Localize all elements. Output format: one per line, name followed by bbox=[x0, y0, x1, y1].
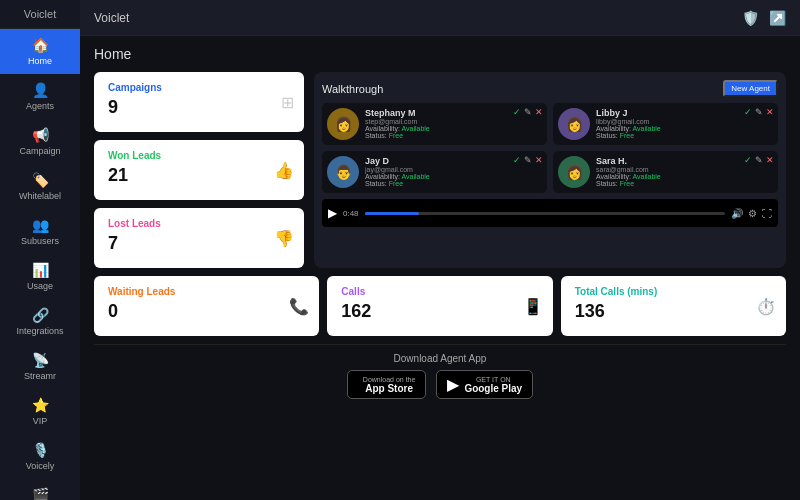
agent-email-2: jay@gmail.com bbox=[365, 166, 542, 173]
video-time: 0:48 bbox=[343, 209, 359, 218]
edit-icon[interactable]: ✎ bbox=[524, 155, 532, 165]
lost-leads-card: Lost Leads 7 👎 bbox=[94, 208, 304, 268]
agents-grid: 👩 Stephany M step@gmail.com Availability… bbox=[322, 103, 778, 193]
won-leads-icon: 👍 bbox=[274, 161, 294, 180]
agent-email-0: step@gmail.com bbox=[365, 118, 542, 125]
integrations-icon: 🔗 bbox=[32, 307, 49, 323]
new-agent-button[interactable]: New Agent bbox=[723, 80, 778, 97]
page-title: Home bbox=[94, 46, 786, 62]
check-icon[interactable]: ✓ bbox=[513, 155, 521, 165]
whitelabel-icon: 🏷️ bbox=[32, 172, 49, 188]
delete-icon[interactable]: ✕ bbox=[766, 107, 774, 117]
subusers-icon: 👥 bbox=[32, 217, 49, 233]
usage-icon: 📊 bbox=[32, 262, 49, 278]
sidebar-item-agents[interactable]: 👤 Agents bbox=[0, 74, 80, 119]
agent-status-3: Status: Free bbox=[596, 180, 773, 187]
total-calls-icon: ⏱️ bbox=[756, 297, 776, 316]
video-player: ▶ 0:48 🔊 ⚙ ⛶ bbox=[322, 199, 778, 227]
won-leads-card: Won Leads 21 👍 bbox=[94, 140, 304, 200]
agent-avail-3: Availability: Available bbox=[596, 173, 773, 180]
play-button[interactable]: ▶ bbox=[328, 206, 337, 220]
sidebar-label-vip: VIP bbox=[33, 416, 48, 426]
agent-card-3: 👩 Sara H. sara@gmail.com Availability: A… bbox=[553, 151, 778, 193]
sidebar-label-usage: Usage bbox=[27, 281, 53, 291]
campaigns-card: Campaigns 9 ⊞ bbox=[94, 72, 304, 132]
google-play-text: GET IT ON Google Play bbox=[464, 376, 522, 394]
download-title: Download Agent App bbox=[94, 353, 786, 364]
app-store-button[interactable]: Download on the App Store bbox=[347, 370, 427, 399]
sidebar-label-streamr: Streamr bbox=[24, 371, 56, 381]
topbar-icons: 🛡️ ↗️ bbox=[742, 10, 786, 26]
sidebar-item-usage[interactable]: 📊 Usage bbox=[0, 254, 80, 299]
agent-card-2: 👨 Jay D jay@gmail.com Availability: Avai… bbox=[322, 151, 547, 193]
sidebar-item-campaign[interactable]: 📢 Campaign bbox=[0, 119, 80, 164]
sidebar-item-vip[interactable]: ⭐ VIP bbox=[0, 389, 80, 434]
content-area: Home Campaigns 9 ⊞ Won Leads 21 👍 Lost L… bbox=[80, 36, 800, 500]
agent-actions-2: ✓ ✎ ✕ bbox=[513, 155, 543, 165]
main-content: Voiclet 🛡️ ↗️ Home Campaigns 9 ⊞ Won Lea… bbox=[80, 0, 800, 500]
vip-icon: ⭐ bbox=[32, 397, 49, 413]
agent-actions-0: ✓ ✎ ✕ bbox=[513, 107, 543, 117]
sidebar-item-whitelabel[interactable]: 🏷️ Whitelabel bbox=[0, 164, 80, 209]
streamr-icon: 📡 bbox=[32, 352, 49, 368]
total-calls-label: Total Calls (mins) bbox=[575, 286, 772, 297]
settings-icon[interactable]: ⚙ bbox=[748, 208, 757, 219]
check-icon[interactable]: ✓ bbox=[513, 107, 521, 117]
agent-avatar-3: 👩 bbox=[558, 156, 590, 188]
check-icon[interactable]: ✓ bbox=[744, 107, 752, 117]
won-leads-label: Won Leads bbox=[108, 150, 290, 161]
left-cards: Campaigns 9 ⊞ Won Leads 21 👍 Lost Leads … bbox=[94, 72, 304, 268]
shield-icon[interactable]: 🛡️ bbox=[742, 10, 759, 26]
agent-card-0: 👩 Stephany M step@gmail.com Availability… bbox=[322, 103, 547, 145]
sidebar-label-voicely: Voicely bbox=[26, 461, 55, 471]
agent-actions-3: ✓ ✎ ✕ bbox=[744, 155, 774, 165]
delete-icon[interactable]: ✕ bbox=[535, 107, 543, 117]
download-section: Download Agent App Download on the App S… bbox=[94, 344, 786, 403]
sidebar-item-voicely[interactable]: 🎙️ Voicely bbox=[0, 434, 80, 479]
check-icon[interactable]: ✓ bbox=[744, 155, 752, 165]
walkthrough-panel: Walkthrough New Agent 👩 Stephany M step@… bbox=[314, 72, 786, 268]
sidebar-item-subusers[interactable]: 👥 Subusers bbox=[0, 209, 80, 254]
sidebar-label-agents: Agents bbox=[26, 101, 54, 111]
total-calls-value: 136 bbox=[575, 301, 772, 322]
sidebar-item-home[interactable]: 🏠 Home bbox=[0, 29, 80, 74]
waiting-leads-label: Waiting Leads bbox=[108, 286, 305, 297]
won-leads-value: 21 bbox=[108, 165, 290, 186]
volume-icon[interactable]: 🔊 bbox=[731, 208, 743, 219]
agent-status-0: Status: Free bbox=[365, 132, 542, 139]
edit-icon[interactable]: ✎ bbox=[524, 107, 532, 117]
voicely-icon: 🎙️ bbox=[32, 442, 49, 458]
agent-email-3: sara@gmail.com bbox=[596, 166, 773, 173]
sidebar-item-integrations[interactable]: 🔗 Integrations bbox=[0, 299, 80, 344]
google-play-button[interactable]: ▶ GET IT ON Google Play bbox=[436, 370, 533, 399]
sidebar-item-streamr[interactable]: 📡 Streamr bbox=[0, 344, 80, 389]
delete-icon[interactable]: ✕ bbox=[535, 155, 543, 165]
agent-card-1: 👩 Libby J libby@gmail.com Availability: … bbox=[553, 103, 778, 145]
delete-icon[interactable]: ✕ bbox=[766, 155, 774, 165]
app-store-line1: Download on the bbox=[363, 376, 416, 383]
campaigns-label: Campaigns bbox=[108, 82, 290, 93]
sidebar: Voiclet 🏠 Home 👤 Agents 📢 Campaign 🏷️ Wh… bbox=[0, 0, 80, 500]
fullscreen-icon[interactable]: ⛶ bbox=[762, 208, 772, 219]
edit-icon[interactable]: ✎ bbox=[755, 107, 763, 117]
calls-value: 162 bbox=[341, 301, 538, 322]
agent-avail-2: Availability: Available bbox=[365, 173, 542, 180]
lost-leads-icon: 👎 bbox=[274, 229, 294, 248]
video-progress-bar[interactable] bbox=[365, 212, 725, 215]
calls-label: Calls bbox=[341, 286, 538, 297]
app-store-text: Download on the App Store bbox=[363, 376, 416, 394]
calls-card: Calls 162 📱 bbox=[327, 276, 552, 336]
agent-status-2: Status: Free bbox=[365, 180, 542, 187]
google-play-line1: GET IT ON bbox=[464, 376, 522, 383]
video-progress-fill bbox=[365, 212, 419, 215]
total-calls-card: Total Calls (mins) 136 ⏱️ bbox=[561, 276, 786, 336]
sidebar-label-integrations: Integrations bbox=[16, 326, 63, 336]
edit-icon[interactable]: ✎ bbox=[755, 155, 763, 165]
agent-avail-1: Availability: Available bbox=[596, 125, 773, 132]
campaign-icon: 📢 bbox=[32, 127, 49, 143]
app-store-line2: App Store bbox=[363, 383, 416, 394]
sidebar-item-vidtoon[interactable]: 🎬 Vidtoon bbox=[0, 479, 80, 500]
exit-icon[interactable]: ↗️ bbox=[769, 10, 786, 26]
sidebar-label-home: Home bbox=[28, 56, 52, 66]
sidebar-label-campaign: Campaign bbox=[19, 146, 60, 156]
